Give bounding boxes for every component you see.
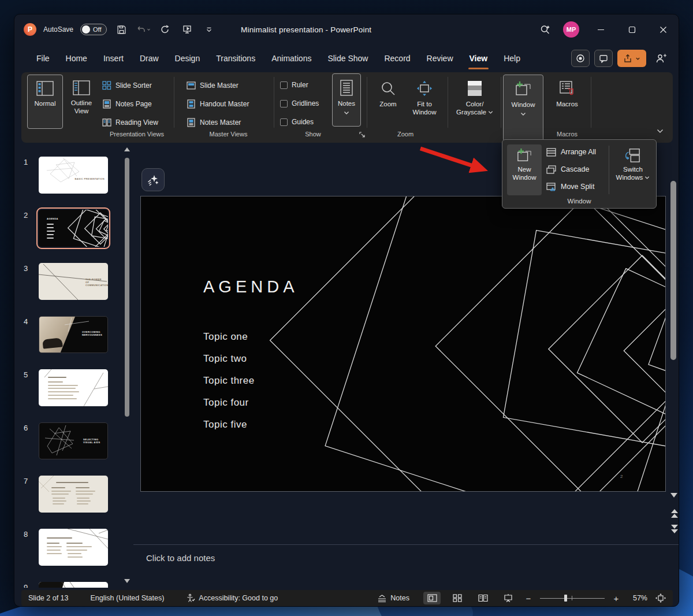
slide-number: 7 [24,477,28,485]
new-window-menu-item[interactable]: New Window [507,144,542,195]
slide-8-thumbnail[interactable] [39,529,108,566]
accessibility-status[interactable]: Accessibility: Good to go [186,593,278,603]
notes-placeholder[interactable]: Click to add notes [146,553,215,563]
record-button[interactable] [571,50,590,67]
move-split-menu-item[interactable]: Move Split [546,179,609,194]
fit-slide-to-window-button[interactable] [655,593,666,603]
slide-topic[interactable]: Topic three [203,375,255,387]
slide-title[interactable]: AGENDA [203,277,298,296]
checkbox-icon[interactable] [280,100,288,107]
slide-3-thumbnail[interactable]: THE POWER OF COMMUNICATION [39,263,108,300]
previous-slide-button[interactable] [670,509,679,518]
show-dialog-launcher-icon[interactable] [359,131,366,138]
share-button[interactable] [617,50,646,67]
scroll-down-arrow-icon[interactable] [124,579,130,583]
tab-design[interactable]: Design [167,44,208,72]
slide-count-status[interactable]: Slide 2 of 13 [28,594,69,602]
powerpoint-logo-icon[interactable]: P [24,23,36,36]
gridlines-checkbox[interactable]: Gridlines [280,97,319,110]
comments-button[interactable] [594,50,613,67]
tab-view[interactable]: View [461,44,496,72]
slide-5-thumbnail[interactable] [39,369,108,406]
color-grayscale-button[interactable]: Color/ Grayscale [451,75,498,129]
collapse-ribbon-chevron-icon[interactable] [657,129,664,133]
tab-home[interactable]: Home [58,44,95,72]
slide-canvas[interactable]: AGENDA Topic one Topic two Topic three T… [140,196,666,492]
arrange-all-menu-item[interactable]: Arrange All [546,144,609,159]
fit-to-window-button[interactable]: Fit to Window [406,75,443,129]
outline-view-button[interactable]: Outline View [64,75,99,129]
tab-transitions[interactable]: Transitions [208,44,263,72]
maximize-button[interactable] [616,14,647,44]
notes-pane[interactable]: Click to add notes [133,544,679,590]
close-button[interactable] [647,14,679,44]
tab-file[interactable]: File [28,44,58,72]
notes-page-button[interactable]: Notes Page [102,97,152,112]
guides-checkbox[interactable]: Guides [280,115,314,129]
tab-record[interactable]: Record [376,44,418,72]
slide-2-thumbnail-selected[interactable]: AGENDA [39,210,108,247]
zoom-out-button[interactable]: − [525,593,532,603]
undo-button[interactable] [136,22,151,37]
cascade-menu-item[interactable]: Cascade [546,162,609,177]
tab-help[interactable]: Help [495,44,528,72]
people-presence-icon[interactable] [651,50,672,67]
slide-6-thumbnail[interactable]: SELECTING VISUAL AIDS [39,422,108,459]
handout-master-button[interactable]: Handout Master [187,97,249,112]
autosave-toggle[interactable]: Off [80,24,107,35]
reading-view-button[interactable]: Reading View [102,115,158,130]
slide-topic[interactable]: Topic one [203,331,248,343]
next-slide-button[interactable] [670,524,679,533]
zoom-slider[interactable] [540,594,605,602]
notes-status-button[interactable]: Notes [377,594,409,602]
slide-sorter-status-button[interactable] [449,592,466,604]
slide-master-button[interactable]: Slide Master [187,78,239,93]
normal-view-status-button[interactable] [423,592,441,604]
group-label-zoom: Zoom [379,131,431,138]
language-status[interactable]: English (United States) [91,594,165,602]
macros-button[interactable]: Macros [549,75,585,129]
window-button[interactable]: Window [503,75,543,142]
editor-scrollbar[interactable] [669,146,677,551]
slide-4-thumbnail[interactable]: OVERCOMING NERVOUSNESS [39,316,108,353]
start-slideshow-button[interactable] [180,22,195,37]
notes-button[interactable]: Notes [332,73,361,127]
search-sparkle-icon[interactable] [533,14,557,44]
customize-toolbar-chevron-icon[interactable] [202,22,217,37]
scrollbar-thumb[interactable] [670,181,676,360]
reading-view-status-button[interactable] [474,592,491,604]
slide-topic[interactable]: Topic four [203,397,249,409]
save-button[interactable] [114,22,129,37]
tab-draw[interactable]: Draw [132,44,167,72]
slideshow-status-button[interactable] [500,592,517,604]
zoom-in-button[interactable]: + [613,593,620,603]
slide-topic[interactable]: Topic two [203,353,247,365]
zoom-slider-knob[interactable] [564,595,567,602]
tab-review[interactable]: Review [419,44,461,72]
zoom-button[interactable]: Zoom [371,75,405,129]
zoom-slider-track[interactable] [540,598,605,599]
designer-sparkle-button[interactable] [141,168,165,191]
user-avatar[interactable]: MP [563,21,579,38]
redo-button[interactable] [158,22,173,37]
thumbnail-scrollbar[interactable] [124,145,130,585]
zoom-percentage[interactable]: 57% [628,594,647,602]
tab-insert[interactable]: Insert [95,44,132,72]
slide-sorter-button[interactable]: Slide Sorter [102,78,152,93]
checkbox-icon[interactable] [280,118,288,126]
slide-topic[interactable]: Topic five [203,419,247,431]
scroll-up-arrow-icon[interactable] [124,147,130,151]
scroll-down-arrow-icon[interactable] [670,493,677,498]
normal-view-button[interactable]: Normal [27,75,63,129]
tab-animations[interactable]: Animations [263,44,319,72]
minimize-button[interactable] [585,14,616,44]
slide-1-thumbnail[interactable]: BASIC PRESENTATION [39,157,108,194]
notes-master-button[interactable]: Notes Master [187,115,241,130]
switch-windows-menu-item[interactable]: Switch Windows [613,144,653,195]
ruler-checkbox[interactable]: Ruler [280,78,308,92]
checkbox-icon[interactable] [280,81,288,89]
scrollbar-thumb[interactable] [125,158,129,417]
slide-9-thumbnail[interactable] [39,582,108,588]
tab-slide-show[interactable]: Slide Show [319,44,376,72]
slide-7-thumbnail[interactable] [39,476,108,513]
